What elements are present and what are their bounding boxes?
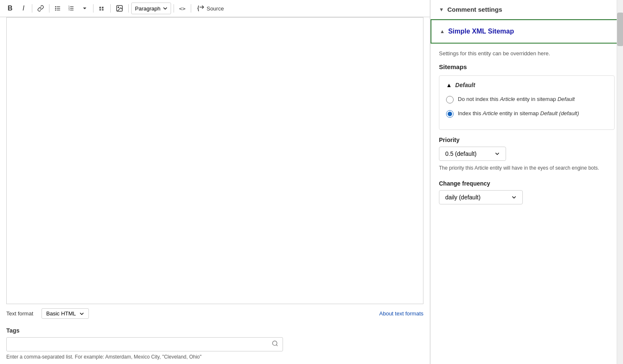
radio-no-index-label: Do not index this Article entity in site… xyxy=(458,95,575,103)
svg-point-15 xyxy=(273,341,277,346)
sitemaps-title: Sitemaps xyxy=(439,63,615,70)
sitemap-section-title: Simple XML Sitemap xyxy=(448,28,514,35)
text-format-dropdown[interactable]: Basic HTML xyxy=(42,308,89,319)
svg-rect-1 xyxy=(57,6,60,7)
svg-point-0 xyxy=(55,6,56,8)
svg-rect-5 xyxy=(57,10,60,10)
left-panel: B I 1. 2. 3. xyxy=(0,0,430,364)
sitemap-description: Settings for this entity can be overridd… xyxy=(439,50,615,57)
svg-point-4 xyxy=(55,10,56,11)
bullet-list-icon xyxy=(55,5,61,12)
scrollbar[interactable] xyxy=(617,0,623,364)
priority-section: Priority 0.5 (default) The priority this… xyxy=(439,137,615,172)
blockquote-button[interactable] xyxy=(96,3,108,14)
priority-dropdown[interactable]: 0.5 (default) xyxy=(439,147,506,161)
source-icon xyxy=(197,5,205,12)
link-icon xyxy=(37,5,44,12)
text-format-label: Text format xyxy=(6,310,33,317)
svg-rect-7 xyxy=(70,6,73,7)
default-title: Default xyxy=(455,82,475,88)
svg-line-16 xyxy=(276,345,278,346)
bold-button[interactable]: B xyxy=(4,3,16,14)
tags-input[interactable] xyxy=(11,341,272,348)
svg-point-14 xyxy=(197,8,198,9)
radio-no-index[interactable] xyxy=(446,96,454,103)
tags-section: Tags Enter a comma-separated list. For e… xyxy=(0,323,430,364)
source-button[interactable]: Source xyxy=(194,3,227,14)
priority-chevron-icon xyxy=(495,151,500,156)
bullet-list-button[interactable] xyxy=(52,3,64,14)
sitemap-chevron-icon: ▲ xyxy=(440,28,445,34)
tags-input-wrapper xyxy=(6,337,283,351)
numbered-list-icon: 1. 2. 3. xyxy=(68,5,75,12)
toolbar-separator-3 xyxy=(93,4,93,13)
toolbar-separator-2 xyxy=(49,4,49,13)
toolbar-separator-6 xyxy=(174,4,174,13)
numbered-list-button[interactable]: 1. 2. 3. xyxy=(65,3,77,14)
change-frequency-value: daily (default) xyxy=(445,194,480,201)
toolbar-separator-4 xyxy=(110,4,111,13)
default-subsection: ▲ Default Do not index this Article enti… xyxy=(439,75,615,130)
search-icon xyxy=(272,340,278,349)
tags-label: Tags xyxy=(6,327,423,334)
about-text-formats-link[interactable]: About text formats xyxy=(379,310,424,317)
image-icon xyxy=(116,5,123,12)
default-header[interactable]: ▲ Default xyxy=(446,82,607,88)
chevron-down-icon xyxy=(83,6,87,10)
priority-hint: The priority this Article entity will ha… xyxy=(439,164,615,172)
tags-hint: Enter a comma-separated list. For exampl… xyxy=(6,354,423,360)
text-format-value: Basic HTML xyxy=(46,310,76,317)
sitemap-section-header[interactable]: ▲ Simple XML Sitemap xyxy=(431,19,623,44)
right-panel: ▼ Comment settings ▲ Simple XML Sitemap … xyxy=(430,0,623,364)
link-button[interactable] xyxy=(35,3,47,14)
svg-rect-3 xyxy=(57,8,60,8)
paragraph-dropdown[interactable]: Paragraph xyxy=(131,3,171,14)
text-format-row: Text format Basic HTML About text format… xyxy=(0,304,430,323)
paragraph-chevron-icon xyxy=(163,6,167,10)
change-frequency-section: Change frequency daily (default) xyxy=(439,180,615,204)
editor-area[interactable] xyxy=(6,17,423,304)
text-format-chevron-icon xyxy=(79,311,84,316)
image-button[interactable] xyxy=(113,3,126,14)
svg-rect-11 xyxy=(70,10,73,10)
radio-index-label: Index this Article entity in sitemap Def… xyxy=(458,109,579,118)
paragraph-label: Paragraph xyxy=(135,5,161,12)
comment-settings-label: Comment settings xyxy=(447,6,502,13)
svg-point-2 xyxy=(55,8,56,9)
toolbar-separator-7 xyxy=(191,4,191,13)
svg-text:3.: 3. xyxy=(68,9,70,11)
comment-settings-chevron-icon: ▼ xyxy=(439,7,444,13)
svg-rect-9 xyxy=(70,8,73,8)
svg-point-13 xyxy=(118,7,119,8)
italic-button[interactable]: I xyxy=(18,3,29,14)
list-style-button[interactable] xyxy=(79,3,91,14)
editor-toolbar: B I 1. 2. 3. xyxy=(0,0,430,17)
radio-option-index: Index this Article entity in sitemap Def… xyxy=(446,109,607,118)
change-frequency-label: Change frequency xyxy=(439,180,615,187)
sitemap-body: Settings for this entity can be overridd… xyxy=(431,44,623,211)
source-label: Source xyxy=(207,5,224,12)
radio-option-no-index: Do not index this Article entity in site… xyxy=(446,95,607,103)
scrollbar-thumb[interactable] xyxy=(617,13,623,46)
toolbar-separator-1 xyxy=(32,4,32,13)
priority-label: Priority xyxy=(439,137,615,143)
radio-index[interactable] xyxy=(446,110,454,118)
comment-settings-header[interactable]: ▼ Comment settings xyxy=(431,0,623,19)
blockquote-icon xyxy=(99,5,105,12)
change-frequency-dropdown[interactable]: daily (default) xyxy=(439,190,523,204)
toolbar-separator-5 xyxy=(128,4,129,13)
default-chevron-icon: ▲ xyxy=(446,82,452,88)
priority-value: 0.5 (default) xyxy=(445,150,477,157)
change-frequency-chevron-icon xyxy=(511,195,517,200)
code-button[interactable]: <> xyxy=(177,3,188,14)
